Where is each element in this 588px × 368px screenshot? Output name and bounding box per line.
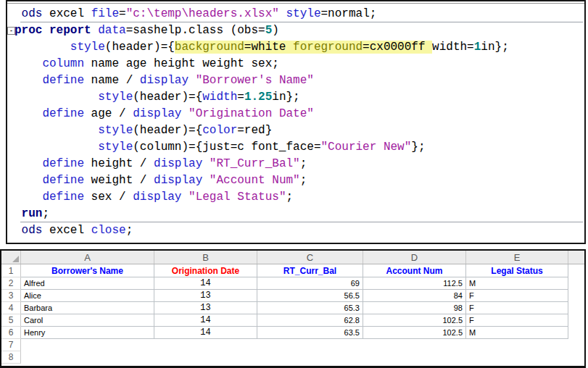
code-line-4[interactable]: column name age height weight sex; <box>15 56 584 72</box>
data-cell-C3[interactable]: 56.5 <box>257 290 363 302</box>
code-line-6[interactable]: style(header)={width=1.25in}; <box>15 89 584 106</box>
code-token: style <box>70 41 105 54</box>
code-token: "Origination Date" <box>189 107 314 120</box>
data-cell-D2[interactable]: 112.5 <box>363 277 466 290</box>
data-cell-B4[interactable]: 13 <box>154 302 257 314</box>
code-token: foreground <box>293 41 363 54</box>
header-cell-B1[interactable]: Origination Date <box>154 264 257 277</box>
column-header-D[interactable]: D <box>363 251 466 264</box>
data-cell-E5[interactable]: F <box>466 314 568 327</box>
column-header-C[interactable]: C <box>257 251 363 264</box>
column-header-B[interactable]: B <box>154 251 257 264</box>
empty-cells-area[interactable] <box>568 327 584 339</box>
spreadsheet-row-7: 7 <box>1 339 584 351</box>
code-token: ods <box>22 7 43 20</box>
header-cell-C1[interactable]: RT_Curr_Bal <box>257 264 363 277</box>
code-token: style <box>98 91 133 104</box>
data-cell-C4[interactable]: 65.3 <box>257 302 363 314</box>
data-cell-E6[interactable]: M <box>466 327 568 339</box>
empty-cells-area[interactable] <box>568 264 584 277</box>
excel-spreadsheet-panel[interactable]: ABCDE 1Borrower's NameOrigination DateRT… <box>0 249 586 368</box>
code-line-8[interactable]: style(header)={color=red} <box>15 122 584 139</box>
spreadsheet-row-2: 2Alfred1469112.5M <box>1 277 584 290</box>
data-cell-E3[interactable]: F <box>466 290 568 302</box>
data-cell-B6[interactable]: 14 <box>154 327 257 339</box>
code-token <box>15 57 42 70</box>
code-token: style <box>286 7 321 20</box>
data-cell-D4[interactable]: 98 <box>363 302 466 314</box>
code-token: ; <box>42 207 49 220</box>
code-line-1[interactable]: ods excel file="c:\temp\headers.xlsx" st… <box>15 6 584 22</box>
column-header-A[interactable]: A <box>21 251 154 264</box>
empty-cells-area[interactable] <box>568 314 584 327</box>
code-line-5[interactable]: define name / display "Borrower's Name" <box>15 72 584 89</box>
column-header-E[interactable]: E <box>466 251 568 264</box>
code-token: width= <box>432 41 474 54</box>
code-token: display <box>154 174 202 187</box>
row-number-1[interactable]: 1 <box>1 264 21 277</box>
sas-code-editor-panel[interactable]: - ods excel file="c:\temp\headers.xlsx" … <box>6 0 586 244</box>
empty-cells-area[interactable] <box>21 339 584 351</box>
select-all-corner[interactable] <box>1 251 21 264</box>
data-cell-A6[interactable]: Henry <box>21 327 154 339</box>
code-token: =red} <box>237 124 272 137</box>
data-cell-D6[interactable]: 102.5 <box>363 327 466 339</box>
code-line-12[interactable]: define sex / display "Legal Status"; <box>15 189 584 206</box>
code-token: ; <box>286 191 293 204</box>
data-cell-A4[interactable]: Barbara <box>21 302 154 314</box>
code-line-10[interactable]: define height / display "RT_Curr_Bal"; <box>15 156 584 172</box>
data-cell-D3[interactable]: 84 <box>363 290 466 302</box>
code-line-13[interactable]: run; <box>15 206 584 222</box>
code-token <box>181 191 189 204</box>
empty-cells-area[interactable] <box>21 351 584 364</box>
code-token <box>279 7 286 20</box>
code-token: data <box>98 24 125 37</box>
code-line-9[interactable]: style(column)={just=c font_face="Courier… <box>15 139 584 156</box>
empty-cells-area[interactable] <box>568 277 584 290</box>
code-line-3[interactable]: style(header)={background=white foregrou… <box>15 39 584 56</box>
code-token: display <box>140 74 189 87</box>
data-cell-B3[interactable]: 13 <box>154 290 257 302</box>
header-cell-D1[interactable]: Account Num <box>363 264 466 277</box>
code-token: in}; <box>272 91 299 104</box>
row-number-2[interactable]: 2 <box>1 277 21 290</box>
row-number-3[interactable]: 3 <box>1 290 21 302</box>
code-token: define <box>42 191 84 204</box>
header-cell-E1[interactable]: Legal Status <box>466 264 568 277</box>
code-line-2[interactable]: proc report data=sashelp.class (obs=5) <box>15 22 584 39</box>
data-cell-A5[interactable]: Carol <box>21 314 154 327</box>
data-cell-C2[interactable]: 69 <box>257 277 363 290</box>
data-cell-C6[interactable]: 63.5 <box>257 327 363 339</box>
code-token <box>15 174 42 187</box>
code-token: name age height weight sex; <box>84 57 279 70</box>
code-token: ; <box>300 157 307 170</box>
empty-cells-area[interactable] <box>568 290 584 302</box>
data-cell-A2[interactable]: Alfred <box>21 277 154 290</box>
data-cell-B2[interactable]: 14 <box>154 277 257 290</box>
data-cell-C5[interactable]: 62.8 <box>257 314 363 327</box>
row-number-5[interactable]: 5 <box>1 314 21 327</box>
excel-grid-rows: 1Borrower's NameOrigination DateRT_Curr_… <box>1 264 584 364</box>
code-token: column <box>42 57 84 70</box>
code-line-11[interactable]: define weight / display "Account Num"; <box>15 172 584 189</box>
header-cell-A1[interactable]: Borrower's Name <box>21 264 154 277</box>
code-line-14[interactable]: ods excel close; <box>15 222 584 239</box>
row-number-6[interactable]: 6 <box>1 327 21 339</box>
code-token: style <box>98 141 133 154</box>
data-cell-A3[interactable]: Alice <box>21 290 154 302</box>
row-number-4[interactable]: 4 <box>1 302 21 314</box>
data-cell-B5[interactable]: 14 <box>154 314 257 327</box>
code-editor-text-area[interactable]: - ods excel file="c:\temp\headers.xlsx" … <box>7 4 584 239</box>
code-token <box>15 41 70 54</box>
code-token: }; <box>411 141 425 154</box>
code-token: 1 <box>474 41 481 54</box>
row-number-7[interactable]: 7 <box>1 339 21 351</box>
data-cell-E4[interactable]: F <box>466 302 568 314</box>
code-token: 5 <box>265 24 273 37</box>
row-number-8[interactable]: 8 <box>1 351 21 364</box>
code-line-7[interactable]: define age / display "Origination Date" <box>15 106 584 122</box>
empty-cells-area[interactable] <box>568 302 584 314</box>
data-cell-D5[interactable]: 102.5 <box>363 314 466 327</box>
data-cell-E2[interactable]: M <box>466 277 568 290</box>
code-token <box>202 174 210 187</box>
